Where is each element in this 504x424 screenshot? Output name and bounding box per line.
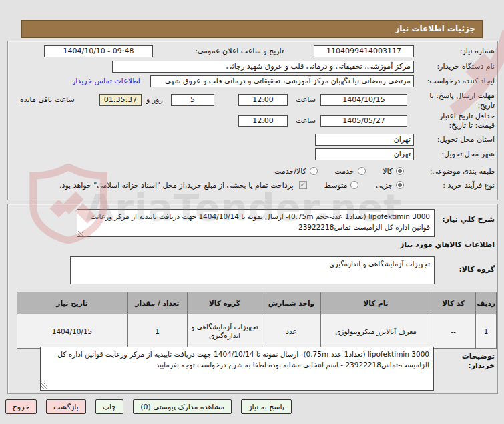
province-field[interactable]: تهران [315,134,414,146]
page-title: جزئیات اطلاعات نیاز [21,20,483,38]
view-attachments-button[interactable]: مشاهده مدارک پیوستی (0) [133,399,232,414]
buyer-org-field[interactable]: مرکز آموزشی، تحقیقاتی و درمانی قلب و عرو… [112,61,414,73]
back-button[interactable]: بازگشت [46,399,86,414]
exit-button[interactable]: خروج [5,399,37,414]
need-description-textarea[interactable]: lipofektimin 3000 (تعداد1 عدد-حجم 0.75m)… [77,209,435,237]
cell-goods-name: معرف آنالایزر میکروبیولوژی [321,314,431,349]
radio-medium-label: متوسط [324,181,348,190]
request-creator-field[interactable]: مرتضی رمضانی نیا نگهبان مرکز آموزشی، تحق… [150,75,414,87]
radio-minor-label: جزیی [376,181,393,190]
cell-need-date: 1404/10/15 [17,314,128,349]
need-number-label: شماره نیاز: [460,47,495,55]
resize-handle-icon[interactable] [78,231,83,236]
process-type-options: جزیی متوسط پرداخت تمام یا بخشی از مبلغ خ… [17,180,404,190]
cell-goods-group: تجهیزات آزمایشگاهی و اندازه‌گیری [188,314,262,349]
classification-option-goods-service: کالا/خدمت [274,167,318,176]
goods-table: ردیف کد کالا نام کالا واحد شمارش گروه کا… [17,292,497,349]
goods-group-label: گروه کالا: [459,265,495,274]
cell-row-number: 1 [476,314,497,349]
days-label: روز و [146,95,163,104]
print-button[interactable]: چاپ [95,399,124,414]
need-description-label: شرح کلي نیاز: [442,215,495,224]
cell-unit: عدد [262,314,321,349]
countdown-field[interactable]: 01:35:37 [99,94,142,106]
radio-service-label: خدمت [334,167,354,176]
radio-goods-service[interactable] [310,167,318,175]
treasury-checkbox[interactable] [299,181,307,189]
process-option-medium: متوسط [324,181,359,190]
buyer-contact-link[interactable]: اطلاعات تماس خریدار [72,77,140,85]
col-header-row-number: ردیف [476,292,497,314]
buyer-notes-label: توضیحات خریدار: [447,352,495,371]
classification-options: کالا خدمت کالا/خدمت [260,166,404,176]
announce-datetime-field[interactable]: 1404/10/10 - 09:48 [44,45,153,57]
process-option-minor: جزیی [376,181,404,190]
treasury-note: پرداخت تمام یا بخشی از مبلغ خرید،از محل … [59,181,294,190]
col-header-goods-code: کد کالا [431,292,476,314]
cell-quantity: 1 [128,314,188,349]
province-label: استان محل تحویل: [437,135,495,144]
days-left-field[interactable]: 5 [171,94,214,106]
radio-goods-label: کالا [383,167,393,176]
request-creator-label: ایجاد کننده درخواست: [427,77,495,85]
radio-medium[interactable] [350,181,358,189]
announce-datetime-label: تاریخ و ساعت اعلان عمومی: [195,47,284,55]
col-header-need-date: تاریخ نیاز [17,292,128,314]
need-number-field[interactable]: 1104099414003117 [314,45,414,57]
reply-deadline-label: مهلت ارسال پاسخ: تا تاریخ: [420,91,495,110]
reply-to-need-button[interactable]: پاسخ به نیاز [241,399,292,414]
radio-goods-service-label: کالا/خدمت [274,167,306,176]
reply-deadline-hour-label: ساعت [296,95,316,104]
classification-option-goods: کالا [383,167,404,176]
price-validity-date-field[interactable]: 1405/05/27 [320,115,407,127]
col-header-quantity: تعداد / مقدار [128,292,188,314]
radio-service[interactable] [358,167,366,175]
remaining-hours-label: ساعت باقی مانده [20,95,75,104]
classification-label: طبقه بندی موضوعی: [430,167,495,176]
goods-group-field[interactable]: تجهیزات آزمایشگاهی و اندازه‌گیری [70,256,435,284]
price-validity-hour-label: ساعت [296,116,316,125]
process-type-label: نوع فرآیند خرید : [443,181,495,190]
radio-goods[interactable] [396,167,404,175]
buyer-notes-textarea[interactable]: lipofektimin 3000 (تعداد1 عدد-0.75m)- ار… [40,347,434,391]
col-header-unit: واحد شمارش [262,292,321,314]
col-header-goods-name: نام کالا [321,292,431,314]
buyer-org-label: نام دستگاه خریدار: [437,62,495,71]
price-validity-time-field[interactable]: 12:00 [238,115,288,127]
cell-goods-code: -- [431,314,476,349]
radio-minor[interactable] [396,181,404,189]
city-label: شهر محل تحویل: [441,150,495,158]
resize-handle-icon[interactable] [41,383,47,389]
classification-option-service: خدمت [334,167,365,176]
table-row: 1 -- معرف آنالایزر میکروبیولوژی عدد تجهی… [17,314,497,349]
goods-info-header: اطلاعات کالاهاي مورد نیاز [400,240,495,249]
goods-table-header-row: ردیف کد کالا نام کالا واحد شمارش گروه کا… [17,292,497,314]
price-validity-label: حداقل تاریخ اعتبار قیمت: تا تاریخ: [420,112,495,130]
reply-deadline-time-field[interactable]: 12:00 [238,94,288,106]
need-details-window: جزئیات اطلاعات نیاز شماره نیاز: 11040994… [0,0,504,424]
reply-deadline-date-field[interactable]: 1404/10/15 [320,94,407,106]
action-button-row: پاسخ به نیاز مشاهده مدارک پیوستی (0) چاپ… [5,399,292,414]
city-field[interactable]: تهران [315,148,414,160]
col-header-goods-group: گروه کالا [188,292,262,314]
